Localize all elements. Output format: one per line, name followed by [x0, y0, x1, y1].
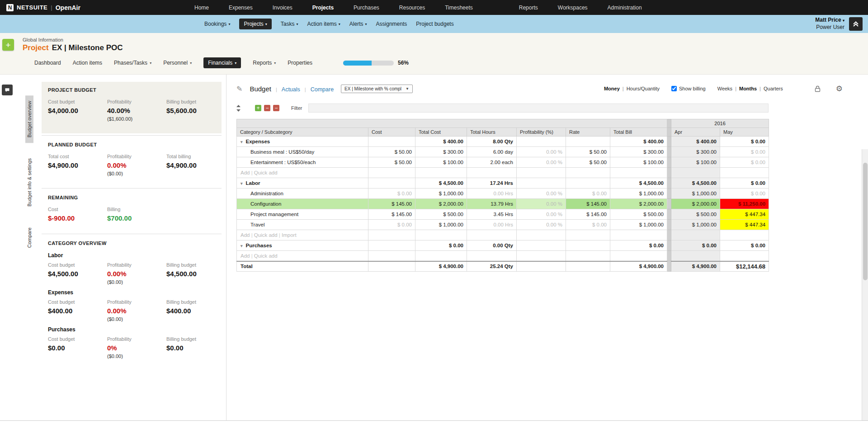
- show-billing-checkbox[interactable]: [671, 86, 677, 91]
- subnav-item-bookings[interactable]: Bookings▾: [204, 21, 230, 27]
- cost-cell[interactable]: $ 0.00: [368, 220, 415, 230]
- may-cell[interactable]: $ 0.00: [720, 147, 769, 157]
- tab-financials[interactable]: Financials▾: [203, 57, 241, 68]
- profitability-cell[interactable]: 0.00 %: [517, 188, 566, 199]
- total-hours-cell[interactable]: 0.00 Hrs: [467, 220, 517, 230]
- subnav-item-action-items[interactable]: Action items▾: [307, 21, 340, 27]
- subnav-item-alerts[interactable]: Alerts▾: [349, 21, 367, 27]
- topnav-item-resources[interactable]: Resources: [399, 5, 425, 11]
- tab-properties[interactable]: Properties: [288, 60, 312, 66]
- collapse-header-button[interactable]: [849, 17, 863, 31]
- apr-cell[interactable]: $ 1,000.00: [671, 220, 720, 230]
- total-hours-cell[interactable]: 0.00 Hrs: [467, 188, 517, 199]
- profitability-cell[interactable]: 0.00 %: [517, 209, 566, 220]
- sort-icon[interactable]: [236, 105, 241, 112]
- global-add-button[interactable]: +: [2, 39, 14, 51]
- budget-tab-budget[interactable]: Budget: [250, 85, 271, 93]
- rate-cell[interactable]: $ 50.00: [566, 147, 610, 157]
- rail-item-compare[interactable]: Compare: [25, 222, 33, 253]
- topnav-item-timesheets[interactable]: Timesheets: [445, 5, 473, 11]
- add-link[interactable]: Add: [241, 170, 250, 175]
- profitability-cell[interactable]: 0.00 %: [517, 199, 566, 209]
- budget-tab-compare[interactable]: Compare: [311, 86, 334, 93]
- quick-add-link[interactable]: Quick add: [254, 253, 278, 259]
- lock-icon[interactable]: [815, 85, 821, 92]
- may-cell[interactable]: $ 447.34: [720, 220, 769, 230]
- total-cost-cell[interactable]: $ 300.00: [415, 147, 467, 157]
- total-bill-cell[interactable]: $ 300.00: [610, 147, 667, 157]
- may-cell[interactable]: $ 0.00: [720, 157, 769, 168]
- expand-all-icon[interactable]: +: [255, 105, 261, 111]
- total-hours-cell[interactable]: 3.45 Hrs: [467, 209, 517, 220]
- apr-cell[interactable]: $ 100.00: [671, 157, 720, 168]
- topnav-item-purchases[interactable]: Purchases: [354, 5, 379, 11]
- total-hours-cell[interactable]: 2.00 each: [467, 157, 517, 168]
- rate-cell[interactable]: $ 0.00: [566, 220, 610, 230]
- total-cost-cell[interactable]: $ 500.00: [415, 209, 467, 220]
- total-bill-cell[interactable]: $ 1,000.00: [610, 188, 667, 199]
- topnav-item-invoices[interactable]: Invoices: [273, 5, 292, 11]
- total-cost-cell[interactable]: $ 100.00: [415, 157, 467, 168]
- collapse-all-icon[interactable]: −: [264, 105, 270, 111]
- total-cost-cell[interactable]: $ 1,000.00: [415, 188, 467, 199]
- may-cell[interactable]: $ 447.34: [720, 209, 769, 220]
- quick-add-link[interactable]: Quick add: [254, 170, 278, 175]
- tab-action-items[interactable]: Action items: [73, 60, 102, 66]
- total-cost-cell[interactable]: $ 2,000.00: [415, 199, 467, 209]
- topnav-item-home[interactable]: Home: [194, 5, 209, 11]
- profitability-cell[interactable]: 0.00 %: [517, 220, 566, 230]
- total-bill-cell[interactable]: $ 500.00: [610, 209, 667, 220]
- topnav-item-reports[interactable]: Reports: [519, 5, 538, 11]
- edit-pencil-icon[interactable]: ✎: [236, 85, 242, 93]
- profitability-cell[interactable]: 0.00 %: [517, 157, 566, 168]
- user-menu[interactable]: Matt Price ▾: [815, 17, 844, 24]
- collapse-arrow-icon[interactable]: ▾: [241, 140, 243, 144]
- tab-phases-tasks[interactable]: Phases/Tasks▾: [114, 60, 151, 66]
- total-bill-cell[interactable]: $ 2,000.00: [610, 199, 667, 209]
- may-cell[interactable]: $ 0.00: [720, 188, 769, 199]
- rate-cell[interactable]: $ 145.00: [566, 209, 610, 220]
- quick-add-link[interactable]: Quick add: [254, 232, 278, 238]
- total-bill-cell[interactable]: $ 1,000.00: [610, 220, 667, 230]
- total-cost-cell[interactable]: $ 1,000.00: [415, 220, 467, 230]
- gear-icon[interactable]: ⚙: [836, 84, 843, 94]
- tab-personnel[interactable]: Personnel▾: [163, 60, 192, 66]
- rail-item-budget-info-settings[interactable]: Budget info & settings: [25, 153, 33, 212]
- vertical-scrollbar[interactable]: [862, 149, 868, 420]
- total-bill-cell[interactable]: $ 100.00: [610, 157, 667, 168]
- budget-version-select[interactable]: EX | Milestone with % compl ▼: [341, 85, 413, 93]
- add-link[interactable]: Add: [241, 232, 250, 238]
- apr-cell[interactable]: $ 1,000.00: [671, 188, 720, 199]
- months-toggle[interactable]: Months: [739, 86, 757, 91]
- collapse-level-icon[interactable]: −: [273, 105, 279, 111]
- money-toggle[interactable]: Money: [604, 86, 620, 91]
- rail-item-budget-overview[interactable]: Budget overview: [25, 95, 33, 143]
- budget-tab-actuals[interactable]: Actuals: [282, 86, 300, 93]
- tab-dashboard[interactable]: Dashboard: [34, 60, 61, 66]
- apr-cell[interactable]: $ 2,000.00: [671, 199, 720, 209]
- add-link[interactable]: Add: [241, 253, 250, 259]
- apr-cell[interactable]: $ 300.00: [671, 147, 720, 157]
- quarters-toggle[interactable]: Quarters: [764, 86, 783, 91]
- topnav-item-administration[interactable]: Administration: [608, 5, 642, 11]
- total-hours-cell[interactable]: 13.79 Hrs: [467, 199, 517, 209]
- total-hours-cell[interactable]: 6.00 day: [467, 147, 517, 157]
- cost-cell[interactable]: $ 0.00: [368, 188, 415, 199]
- apr-cell[interactable]: $ 500.00: [671, 209, 720, 220]
- collapse-arrow-icon[interactable]: ▾: [241, 244, 243, 248]
- topnav-item-expenses[interactable]: Expenses: [229, 5, 253, 11]
- may-cell[interactable]: $ 11,250.00: [720, 199, 769, 209]
- subnav-item-projects[interactable]: Projects▾: [239, 19, 271, 29]
- subnav-item-project-budgets[interactable]: Project budgets: [416, 21, 453, 27]
- cost-cell[interactable]: $ 145.00: [368, 209, 415, 220]
- rate-cell[interactable]: $ 50.00: [566, 157, 610, 168]
- topnav-item-projects[interactable]: Projects: [312, 5, 334, 11]
- topnav-item-workspaces[interactable]: Workspaces: [558, 5, 588, 11]
- subnav-item-tasks[interactable]: Tasks▾: [281, 21, 298, 27]
- tab-reports[interactable]: Reports▾: [253, 60, 276, 66]
- feedback-button[interactable]: [2, 85, 13, 95]
- weeks-toggle[interactable]: Weeks: [717, 86, 732, 91]
- cost-cell[interactable]: $ 50.00: [368, 147, 415, 157]
- rate-cell[interactable]: $ 0.00: [566, 188, 610, 199]
- filter-input[interactable]: [308, 104, 769, 113]
